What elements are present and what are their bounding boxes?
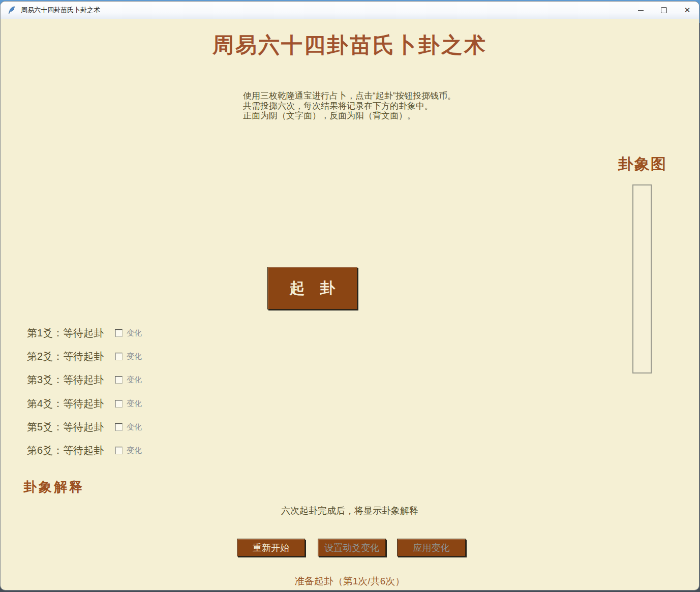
change-checkbox-label: 变化: [127, 352, 142, 361]
instructions-text: 使用三枚乾隆通宝进行占卜，点击“起卦”按钮投掷钱币。 共需投掷六次，每次结果将记…: [243, 91, 456, 121]
line-row: 第3爻：等待起卦 变化: [27, 373, 142, 386]
line-label: 第4爻：等待起卦: [27, 397, 115, 411]
line-label: 第1爻：等待起卦: [27, 326, 115, 340]
interpretation-placeholder: 六次起卦完成后，将显示卦象解释: [1, 505, 699, 517]
line-row: 第6爻：等待起卦 变化: [27, 444, 142, 456]
change-checkbox[interactable]: [115, 353, 123, 360]
line-row: 第4爻：等待起卦 变化: [27, 397, 142, 410]
line-label: 第2爻：等待起卦: [27, 350, 115, 363]
instruction-line: 正面为阴（文字面），反面为阳（背文面）。: [243, 111, 456, 121]
close-button[interactable]: ✕: [676, 2, 699, 19]
change-checkbox[interactable]: [115, 376, 123, 384]
change-checkbox[interactable]: [115, 423, 123, 431]
set-moving-lines-button[interactable]: 设置动爻变化: [318, 539, 386, 556]
change-checkbox[interactable]: [115, 329, 123, 337]
line-label: 第5爻：等待起卦: [27, 420, 115, 434]
change-checkbox-label: 变化: [127, 399, 142, 409]
line-row: 第1爻：等待起卦 变化: [27, 327, 142, 339]
maximize-button[interactable]: [652, 2, 676, 19]
change-checkbox[interactable]: [115, 400, 123, 408]
hexagram-panel-title: 卦象图: [618, 154, 667, 175]
close-icon: ✕: [684, 6, 691, 15]
line-row: 第5爻：等待起卦 变化: [27, 421, 142, 433]
line-label: 第3爻：等待起卦: [27, 373, 115, 387]
app-window: 周易六十四卦苗氏卜卦之术 ✕ 周易六十四卦苗氏卜卦之术 使用三枚乾隆通宝进行占卜…: [1, 2, 699, 590]
cast-hexagram-button[interactable]: 起 卦: [267, 267, 357, 309]
minimize-icon: [638, 10, 644, 11]
line-row: 第2爻：等待起卦 变化: [27, 350, 142, 362]
change-checkbox-label: 变化: [127, 375, 142, 385]
line-label: 第6爻：等待起卦: [27, 444, 115, 457]
change-checkbox-label: 变化: [127, 422, 142, 432]
instruction-line: 共需投掷六次，每次结果将记录在下方的卦象中。: [243, 101, 456, 111]
change-checkbox-label: 变化: [127, 328, 142, 338]
restart-button[interactable]: 重新开始: [237, 539, 305, 556]
change-checkbox[interactable]: [115, 447, 123, 454]
window-title: 周易六十四卦苗氏卜卦之术: [21, 6, 100, 15]
hexagram-canvas: [632, 184, 652, 373]
instruction-line: 使用三枚乾隆通宝进行占卜，点击“起卦”按钮投掷钱币。: [243, 91, 456, 101]
interpretation-title: 卦象解释: [23, 478, 84, 496]
titlebar: 周易六十四卦苗氏卜卦之术 ✕: [1, 2, 699, 19]
minimize-button[interactable]: [629, 2, 652, 19]
change-checkbox-label: 变化: [127, 446, 142, 455]
maximize-icon: [661, 7, 667, 13]
apply-changes-button[interactable]: 应用变化: [397, 539, 466, 556]
window-controls: ✕: [629, 2, 699, 19]
page-title: 周易六十四卦苗氏卜卦之术: [1, 32, 699, 58]
status-text: 准备起卦（第1次/共6次）: [1, 575, 699, 588]
tk-feather-icon: [7, 6, 16, 15]
